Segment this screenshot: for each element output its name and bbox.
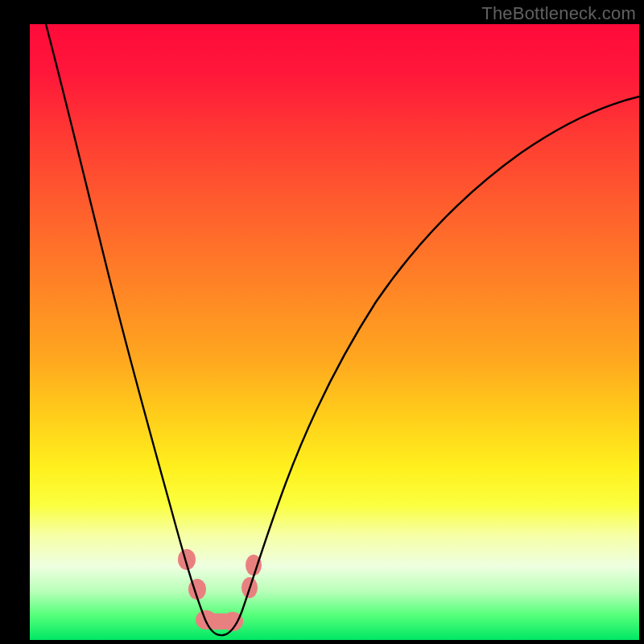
curve-layer <box>30 24 639 640</box>
frame: TheBottleneck.com <box>0 0 644 644</box>
plot-area <box>30 24 639 640</box>
bottleneck-curve <box>46 24 639 635</box>
watermark-text: TheBottleneck.com <box>481 3 636 24</box>
